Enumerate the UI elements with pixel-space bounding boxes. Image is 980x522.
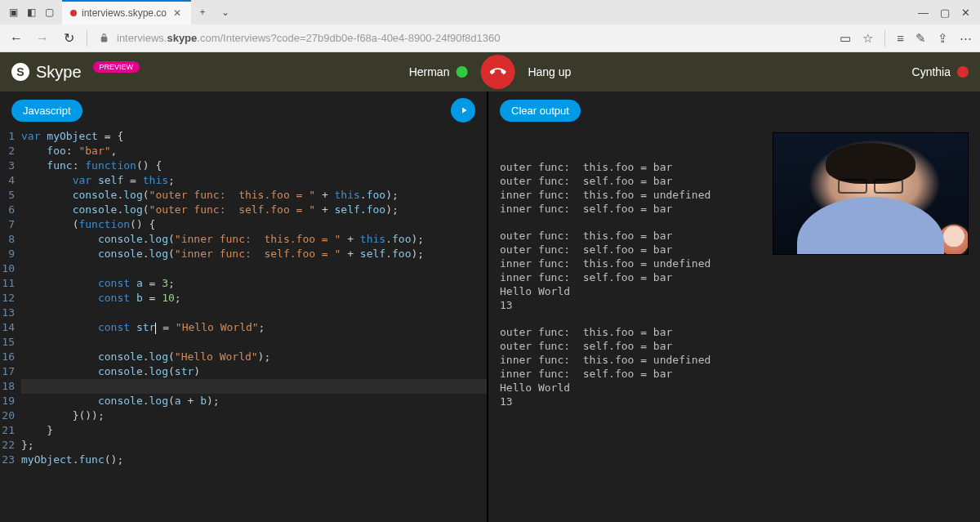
code-content[interactable]: } [21, 423, 487, 438]
toolbar-divider-2 [884, 30, 885, 47]
code-content[interactable]: }()); [21, 408, 487, 423]
code-content[interactable] [21, 335, 487, 350]
code-content[interactable]: var self = this; [21, 173, 487, 188]
code-line[interactable]: 17 console.log(str) [0, 364, 487, 379]
browser-toolbar: ← → ↻ interviews.skype.com/Interviews?co… [0, 25, 980, 52]
code-line[interactable]: 7 (function() { [0, 217, 487, 232]
output-toolbar: Clear output [488, 91, 980, 129]
code-line[interactable]: 21 } [0, 423, 487, 438]
code-line[interactable]: 4 var self = this; [0, 173, 487, 188]
toolbar-divider [87, 30, 87, 47]
local-video-pip[interactable] [937, 223, 969, 255]
code-line[interactable]: 9 console.log("inner func: self.foo = " … [0, 247, 487, 261]
code-content[interactable]: const str = "Hello World"; [21, 320, 487, 335]
code-line[interactable]: 11 const a = 3; [0, 276, 487, 291]
code-line[interactable]: 8 console.log("inner func: this.foo = " … [0, 232, 487, 247]
preview-badge: PREVIEW [93, 61, 140, 73]
participant-herman: Herman [409, 65, 468, 78]
line-number: 3 [0, 158, 21, 173]
language-selector[interactable]: Javascript [11, 100, 82, 122]
output-pane: Clear output outer func: this.foo = bar … [488, 91, 980, 522]
code-content[interactable]: console.log(a + b); [21, 394, 487, 408]
code-line[interactable]: 2 foo: "bar", [0, 144, 487, 158]
code-content[interactable] [21, 379, 487, 394]
notes-icon[interactable]: ✎ [915, 31, 926, 46]
favorite-icon[interactable]: ☆ [862, 31, 873, 46]
play-icon [459, 105, 469, 115]
code-content[interactable]: func: function() { [21, 158, 487, 173]
forward-button[interactable]: → [34, 30, 51, 47]
back-button[interactable]: ← [8, 30, 24, 47]
console-output[interactable]: outer func: this.foo = bar outer func: s… [488, 129, 980, 522]
line-number: 10 [0, 261, 21, 276]
share-icon[interactable]: ⇪ [938, 31, 948, 46]
line-number: 15 [0, 335, 21, 350]
reading-view-icon[interactable]: ▭ [840, 31, 851, 46]
code-content[interactable]: console.log("outer func: self.foo = " + … [21, 203, 487, 217]
lock-icon [97, 32, 110, 45]
code-content[interactable]: const b = 10; [21, 291, 487, 306]
code-line[interactable]: 14 const str = "Hello World"; [0, 320, 487, 335]
code-line[interactable]: 20 }()); [0, 408, 487, 423]
code-content[interactable]: }; [21, 438, 487, 453]
hub-icon[interactable]: ≡ [897, 31, 904, 45]
code-content[interactable]: const a = 3; [21, 276, 487, 291]
code-content[interactable] [21, 306, 487, 320]
code-content[interactable]: console.log("Hello World"); [21, 350, 487, 364]
code-line[interactable]: 3 func: function() { [0, 158, 487, 173]
run-button[interactable] [451, 98, 475, 123]
output-block: outer func: this.foo = bar outer func: s… [500, 325, 969, 408]
hangup-button[interactable] [480, 55, 514, 89]
line-number: 8 [0, 232, 21, 247]
code-content[interactable]: (function() { [21, 217, 487, 232]
refresh-button[interactable]: ↻ [60, 30, 77, 47]
code-line[interactable]: 13 [0, 306, 487, 320]
code-line[interactable]: 19 console.log(a + b); [0, 394, 487, 408]
app-name: Skype [36, 63, 82, 82]
more-icon[interactable]: ⋯ [960, 31, 972, 46]
code-line[interactable]: 1var myObject = { [0, 129, 487, 144]
address-bar[interactable]: interviews.skype.com/Interviews?code=27b… [97, 32, 830, 45]
window-close-button[interactable]: ✕ [961, 7, 970, 19]
code-content[interactable]: myObject.func(); [21, 453, 487, 467]
code-line[interactable]: 12 const b = 10; [0, 291, 487, 306]
code-editor[interactable]: 1var myObject = {2 foo: "bar",3 func: fu… [0, 129, 487, 522]
app-page: S Skype PREVIEW Herman Hang up Cynthia J… [0, 52, 980, 522]
line-number: 13 [0, 306, 21, 320]
code-content[interactable]: console.log(str) [21, 364, 487, 379]
code-line[interactable]: 22}; [0, 438, 487, 453]
url-text: interviews.skype.com/Interviews?code=27b… [117, 32, 500, 44]
line-number: 2 [0, 144, 21, 158]
tab-close-icon[interactable]: ✕ [172, 7, 183, 19]
code-content[interactable]: console.log("inner func: this.foo = " + … [21, 232, 487, 247]
browser-tab[interactable]: interviews.skype.co ✕ [62, 0, 191, 25]
sys-icon-2: ◧ [24, 6, 38, 19]
code-content[interactable]: console.log("outer func: this.foo = " + … [21, 188, 487, 203]
line-number: 5 [0, 188, 21, 203]
code-line[interactable]: 6 console.log("outer func: self.foo = " … [0, 203, 487, 217]
remote-video[interactable] [773, 132, 969, 255]
status-dot-busy [957, 66, 969, 78]
code-line[interactable]: 10 [0, 261, 487, 276]
sys-icon-3: ▢ [42, 6, 56, 19]
code-content[interactable] [21, 261, 487, 276]
line-number: 20 [0, 408, 21, 423]
code-line[interactable]: 16 console.log("Hello World"); [0, 350, 487, 364]
code-content[interactable]: console.log("inner func: self.foo = " + … [21, 247, 487, 261]
clear-output-button[interactable]: Clear output [500, 100, 581, 122]
phone-hangup-icon [489, 64, 506, 80]
code-line[interactable]: 15 [0, 335, 487, 350]
workspace: Javascript 1var myObject = {2 foo: "bar"… [0, 91, 980, 522]
participant-name: Cynthia [912, 65, 951, 78]
code-line[interactable]: 23myObject.func(); [0, 453, 487, 467]
code-line[interactable]: 5 console.log("outer func: this.foo = " … [0, 188, 487, 203]
window-minimize-button[interactable]: — [918, 7, 929, 19]
code-line[interactable]: 18 [0, 379, 487, 394]
new-tab-button[interactable]: + [191, 7, 214, 18]
code-content[interactable]: foo: "bar", [21, 144, 487, 158]
window-maximize-button[interactable]: ▢ [940, 7, 950, 19]
tab-title: interviews.skype.co [82, 7, 167, 19]
tab-overflow-button[interactable]: ⌄ [214, 7, 237, 18]
line-number: 18 [0, 379, 21, 394]
code-content[interactable]: var myObject = { [21, 129, 487, 144]
